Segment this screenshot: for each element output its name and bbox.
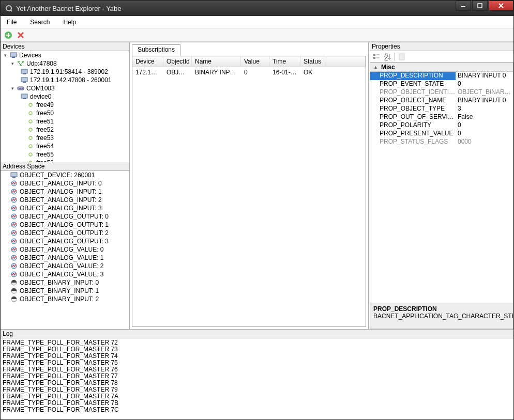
minimize-button[interactable] (456, 1, 471, 11)
svg-rect-60 (399, 54, 404, 60)
menu-help[interactable]: Help (60, 18, 79, 27)
svg-point-33 (29, 145, 32, 148)
svg-rect-18 (21, 69, 27, 73)
tree-free-item[interactable]: free56 (1, 159, 129, 162)
address-item[interactable]: OBJECT_ANALOG_OUTPUT: 3 (1, 237, 129, 245)
address-item[interactable]: OBJECT_BINARY_INPUT: 0 (1, 278, 129, 287)
property-row[interactable]: PROP_OUT_OF_SERVICEFalse (370, 113, 513, 121)
svg-rect-21 (23, 82, 26, 83)
title-bar: Yet Another Bacnet Explorer - Yabe (1, 1, 513, 16)
property-row[interactable]: PROP_PRESENT_VALUE0 (370, 130, 513, 138)
address-item[interactable]: OBJECT_ANALOG_VALUE: 0 (1, 245, 129, 254)
address-item[interactable]: OBJECT_DEVICE: 260001 (1, 171, 129, 179)
prop-category[interactable]: ▲Misc (370, 63, 513, 72)
subs-header: Device ObjectId Name Value Time Status (132, 56, 366, 67)
prop-value[interactable]: 0000 (456, 138, 513, 146)
address-tree[interactable]: OBJECT_DEVICE: 260001OBJECT_ANALOG_INPUT… (1, 171, 129, 329)
properties-toolbar: AZ (370, 51, 513, 63)
tab-subscriptions[interactable]: Subscriptions (132, 44, 180, 56)
address-item[interactable]: OBJECT_ANALOG_INPUT: 3 (1, 204, 129, 212)
object-icon (10, 229, 18, 237)
svg-rect-27 (23, 98, 26, 99)
address-item[interactable]: OBJECT_ANALOG_INPUT: 2 (1, 196, 129, 204)
devices-tree[interactable]: ▾Devices ▾Udp:47808 172.19.1.91:58414 - … (1, 51, 129, 162)
col-device[interactable]: Device (132, 56, 163, 67)
svg-rect-3 (478, 4, 482, 8)
add-button[interactable] (4, 30, 13, 40)
address-item[interactable]: OBJECT_ANALOG_OUTPUT: 1 (1, 221, 129, 229)
right-column: Properties AZ ▲Misc PROP_DESCRIPTIONBINA… (369, 42, 513, 329)
maximize-button[interactable] (472, 1, 488, 11)
property-row[interactable]: PROP_EVENT_STATE0 (370, 80, 513, 88)
tree-free-item[interactable]: free51 (1, 117, 129, 126)
prop-value[interactable]: 0 (456, 80, 513, 88)
log-body[interactable]: FRAME_TYPE_POLL_FOR_MASTER 72FRAME_TYPE_… (1, 338, 513, 419)
address-item[interactable]: OBJECT_ANALOG_OUTPUT: 2 (1, 229, 129, 237)
network-icon (17, 60, 25, 67)
prop-value[interactable]: 0 (456, 130, 513, 138)
tree-udp[interactable]: Udp:47808 (26, 60, 57, 67)
cell-device: 172.19.1... (132, 67, 163, 77)
object-icon (10, 279, 18, 286)
tree-device-item[interactable]: 172.19.1.142:47808 - 260001 (1, 76, 129, 84)
prop-value[interactable]: False (456, 113, 513, 121)
address-item[interactable]: OBJECT_ANALOG_VALUE: 2 (1, 262, 129, 270)
address-item[interactable]: OBJECT_BINARY_INPUT: 1 (1, 287, 129, 295)
col-name[interactable]: Name (192, 56, 241, 67)
svg-point-24 (20, 88, 21, 89)
tree-com[interactable]: COM1003 (26, 85, 55, 92)
tree-device-item[interactable]: 172.19.1.91:58414 - 389002 (1, 68, 129, 76)
col-time[interactable]: Time (269, 56, 300, 67)
address-item[interactable]: OBJECT_ANALOG_OUTPUT: 0 (1, 212, 129, 221)
property-row[interactable]: PROP_POLARITY0 (370, 121, 513, 130)
svg-point-30 (29, 120, 32, 123)
address-item[interactable]: OBJECT_ANALOG_VALUE: 1 (1, 254, 129, 262)
col-value[interactable]: Value (241, 56, 269, 67)
tree-free-item[interactable]: free54 (1, 142, 129, 150)
property-row[interactable]: PROP_OBJECT_IDENTIFIEROBJECT_BINARY_I (370, 88, 513, 97)
col-objectid[interactable]: ObjectId (163, 56, 192, 67)
object-icon (10, 246, 18, 253)
tree-com-device[interactable]: device0 (30, 93, 51, 100)
prop-page-icon[interactable] (397, 52, 406, 61)
prop-value[interactable]: 0 (456, 121, 513, 130)
menu-file[interactable]: File (4, 18, 20, 27)
address-item[interactable]: OBJECT_ANALOG_INPUT: 0 (1, 179, 129, 188)
log-line: FRAME_TYPE_POLL_FOR_MASTER 7C (3, 407, 511, 413)
property-row[interactable]: PROP_STATUS_FLAGS0000 (370, 138, 513, 146)
prop-value[interactable]: BINARY INPUT 0 (456, 97, 513, 105)
prop-value[interactable]: 3 (456, 105, 513, 113)
close-button[interactable] (489, 1, 513, 11)
address-item[interactable]: OBJECT_ANALOG_VALUE: 3 (1, 270, 129, 278)
propdesc-body: BACNET_APPLICATION_TAG_CHARACTER_STRING (373, 313, 510, 320)
svg-rect-14 (22, 61, 24, 63)
prop-name: PROP_PRESENT_VALUE (370, 130, 456, 138)
properties-grid[interactable]: ▲Misc PROP_DESCRIPTIONBINARY INPUT 0PROP… (370, 63, 513, 303)
property-description: PROP_DESCRIPTION BACNET_APPLICATION_TAG_… (370, 303, 513, 329)
col-status[interactable]: Status (300, 56, 326, 67)
delete-button[interactable] (16, 30, 25, 40)
menu-search[interactable]: Search (27, 18, 53, 27)
tree-free-item[interactable]: free52 (1, 126, 129, 134)
svg-point-25 (22, 88, 23, 89)
prop-value[interactable]: BINARY INPUT 0 (456, 72, 513, 80)
property-row[interactable]: PROP_DESCRIPTIONBINARY INPUT 0 (370, 72, 513, 80)
sort-icon[interactable]: AZ (383, 52, 392, 61)
property-row[interactable]: PROP_OBJECT_NAMEBINARY INPUT 0 (370, 97, 513, 105)
address-item[interactable]: OBJECT_BINARY_INPUT: 2 (1, 295, 129, 303)
subs-row[interactable]: 172.19.1... OBJEC... BINARY INPU... 0 16… (132, 67, 366, 77)
tree-root[interactable]: Devices (19, 52, 41, 59)
prop-name: PROP_EVENT_STATE (370, 80, 456, 88)
tree-free-item[interactable]: free50 (1, 109, 129, 117)
address-item[interactable]: OBJECT_ANALOG_INPUT: 1 (1, 188, 129, 196)
serial-icon (17, 85, 25, 92)
prop-value[interactable]: OBJECT_BINARY_I (456, 88, 513, 97)
svg-point-29 (29, 112, 32, 115)
property-row[interactable]: PROP_OBJECT_TYPE3 (370, 105, 513, 113)
object-icon (10, 262, 18, 270)
prop-name: PROP_OBJECT_TYPE (370, 105, 456, 113)
tree-free-item[interactable]: free49 (1, 101, 129, 109)
categorized-icon[interactable] (372, 52, 381, 61)
tree-free-item[interactable]: free53 (1, 134, 129, 142)
tree-free-item[interactable]: free55 (1, 150, 129, 159)
